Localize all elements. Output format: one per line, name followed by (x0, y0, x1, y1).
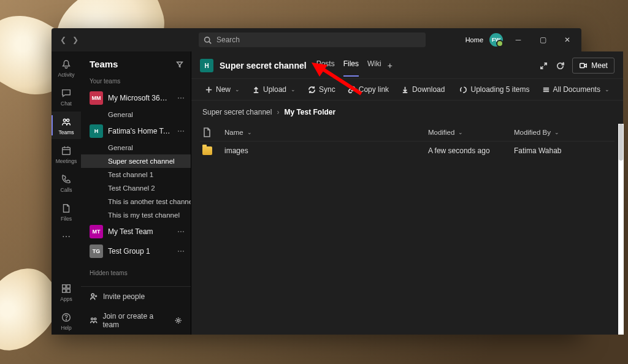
file-modified: A few seconds ago (428, 146, 514, 155)
chevron-right-icon: › (277, 108, 279, 116)
team-more-icon[interactable]: ⋯ (176, 94, 186, 102)
breadcrumb-root[interactable]: Super secret channel (202, 108, 272, 116)
channel-item[interactable]: General (81, 108, 191, 121)
chat-icon (61, 88, 72, 99)
nav-back-icon[interactable]: ❮ (60, 36, 66, 44)
channel-item[interactable]: Test Channel 2 (81, 181, 191, 195)
teams-window: ❮ ❯ Search Home FW ─ ▢ ✕ Activity Chat (52, 28, 581, 335)
file-modifiedby: Fatima Wahab (514, 146, 612, 155)
help-icon (61, 312, 72, 323)
rail-meetings[interactable]: Meetings (52, 140, 81, 168)
expand-icon[interactable] (539, 61, 548, 70)
uploading-status[interactable]: Uploading 5 items (454, 83, 534, 96)
rail-more[interactable]: ⋯ (62, 227, 71, 246)
phone-icon (61, 174, 72, 185)
team-name: My Test Team (108, 227, 171, 236)
tab-wiki[interactable]: Wiki (367, 59, 381, 72)
svg-point-19 (461, 86, 466, 92)
channel-item[interactable]: General (81, 141, 191, 154)
team-name: Test Group 1 (108, 247, 171, 256)
channel-item[interactable]: This is another test channel🔒 (81, 195, 191, 208)
team-name: My Microsoft 365 group (108, 94, 171, 102)
col-modifiedby[interactable]: Modified By⌄ (514, 127, 612, 137)
scrollbar-thumb[interactable] (619, 124, 623, 161)
close-button[interactable]: ✕ (558, 31, 576, 49)
gear-icon[interactable] (174, 316, 182, 325)
add-tab-button[interactable]: + (388, 61, 392, 70)
team-row[interactable]: H Fatima's Home Team ⋯ (81, 121, 191, 141)
rail-chat[interactable]: Chat (52, 83, 81, 110)
scrollbar[interactable] (618, 124, 624, 335)
breadcrumb: Super secret channel › My Test Folder (191, 100, 623, 124)
tab-files[interactable]: Files (343, 59, 359, 72)
folder-icon (202, 146, 212, 155)
breadcrumb-current: My Test Folder (284, 108, 335, 116)
channel-name: Test Channel 2 (108, 184, 155, 192)
rail-activity[interactable]: Activity (52, 54, 81, 82)
channel-name: This is my test channel (108, 211, 180, 219)
upload-button[interactable]: Upload⌄ (247, 83, 301, 96)
col-name[interactable]: Name⌄ (224, 127, 428, 137)
maximize-button[interactable]: ▢ (534, 31, 552, 49)
uploading-icon (459, 86, 467, 94)
svg-point-3 (67, 119, 69, 121)
search-placeholder: Search (216, 36, 240, 44)
copylink-button[interactable]: Copy link (343, 83, 394, 96)
file-name: images (224, 146, 428, 155)
channel-item[interactable]: Super secret channel (81, 154, 191, 168)
team-row[interactable]: MM My Microsoft 365 group ⋯ (81, 88, 191, 108)
team-row[interactable]: TG Test Group 1 ⋯ (81, 241, 191, 261)
refresh-icon[interactable] (556, 61, 565, 70)
upload-icon (252, 86, 260, 94)
link-icon (348, 86, 356, 94)
svg-rect-10 (63, 289, 66, 292)
invite-people-link[interactable]: Invite people (81, 287, 191, 306)
svg-point-2 (63, 119, 66, 121)
rail-teams[interactable]: Teams (52, 112, 81, 139)
svg-rect-18 (580, 64, 584, 68)
calendar-icon (61, 145, 72, 156)
meet-button[interactable]: Meet (572, 58, 615, 74)
apps-icon (61, 283, 72, 294)
person-add-icon (90, 292, 98, 301)
channel-item[interactable]: This is my test channel (81, 208, 191, 222)
nav-forward-icon[interactable]: ❯ (72, 36, 78, 44)
team-more-icon[interactable]: ⋯ (176, 247, 186, 256)
rail-files[interactable]: Files (52, 198, 81, 226)
team-name: Fatima's Home Team (108, 127, 171, 135)
filter-icon[interactable] (176, 61, 183, 68)
home-label[interactable]: Home (465, 36, 483, 44)
channel-name: Test channel 1 (108, 171, 153, 178)
file-list-area: Name⌄ Modified⌄ Modified By⌄ images A fe… (191, 124, 623, 335)
team-more-icon[interactable]: ⋯ (176, 227, 186, 236)
col-modified[interactable]: Modified⌄ (428, 127, 514, 137)
file-type-icon (202, 127, 211, 137)
video-icon (579, 61, 588, 70)
minimize-button[interactable]: ─ (509, 31, 527, 49)
alldocuments-button[interactable]: All Documents⌄ (537, 83, 615, 96)
file-row[interactable]: images A few seconds ago Fatima Wahab (200, 142, 615, 160)
avatar[interactable]: FW (489, 33, 503, 47)
file-list-header: Name⌄ Modified⌄ Modified By⌄ (200, 124, 615, 142)
hidden-teams-label[interactable]: Hidden teams (81, 267, 191, 280)
tab-posts[interactable]: Posts (316, 59, 335, 72)
channel-title: Super secret channel (220, 61, 307, 70)
new-button[interactable]: New⌄ (200, 83, 245, 96)
search-input[interactable]: Search (199, 32, 426, 47)
sync-button[interactable]: Sync (303, 83, 340, 96)
download-button[interactable]: Download (396, 83, 450, 96)
rail-help[interactable]: Help (52, 307, 81, 335)
join-create-team-link[interactable]: Join or create a team (81, 306, 191, 335)
team-more-icon[interactable]: ⋯ (176, 127, 186, 135)
team-icon: H (90, 124, 103, 138)
channel-team-icon: H (200, 59, 213, 72)
svg-point-15 (91, 318, 93, 320)
app-rail: Activity Chat Teams Meetings Calls Files (52, 51, 81, 335)
svg-rect-4 (63, 148, 71, 155)
rail-apps[interactable]: Apps (52, 278, 81, 306)
channel-item[interactable]: Test channel 1 (81, 168, 191, 181)
rail-calls[interactable]: Calls (52, 169, 81, 197)
team-row[interactable]: MT My Test Team ⋯ (81, 222, 191, 241)
sync-icon (308, 86, 316, 94)
team-icon: MM (90, 91, 103, 105)
